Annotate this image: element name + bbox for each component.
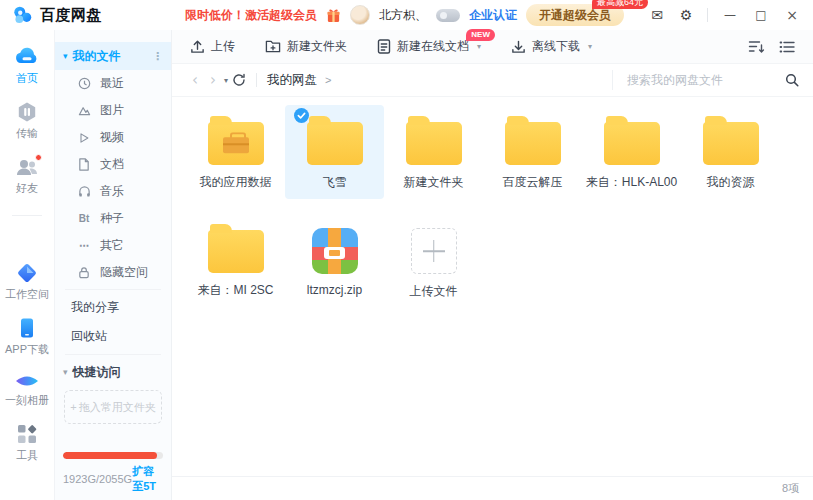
photo-album-icon xyxy=(14,372,40,390)
tool-label: 新建文件夹 xyxy=(287,38,347,55)
ellipsis-icon: ⋯ xyxy=(77,239,91,253)
storage-usage-text: 1923G/2055G xyxy=(63,473,132,485)
sidebar-item-pictures[interactable]: 图片 xyxy=(55,97,171,124)
file-tile[interactable]: 新建文件夹 xyxy=(384,105,483,199)
app-logo-icon xyxy=(12,4,34,26)
online-doc-icon xyxy=(377,39,391,54)
pinned-folder-dropzone[interactable]: + 拖入常用文件夹 xyxy=(64,390,162,424)
image-icon xyxy=(77,104,91,118)
sidebar-item-torrents[interactable]: Bt 种子 xyxy=(55,205,171,232)
status-bar: 8项 xyxy=(172,476,813,500)
search-box xyxy=(612,70,799,90)
sidebar-item-recent[interactable]: 最近 xyxy=(55,70,171,97)
sidebar-item-videos[interactable]: 视频 xyxy=(55,124,171,151)
search-input[interactable] xyxy=(627,73,785,87)
tools-icon xyxy=(16,423,38,445)
bt-icon: Bt xyxy=(77,212,91,226)
promo-link[interactable]: 限时低价！激活超级会员 xyxy=(185,7,317,24)
file-tile-selected[interactable]: 飞雪 xyxy=(285,105,384,199)
rail-item-friends[interactable]: 好友 xyxy=(15,156,39,196)
file-tile[interactable]: 我的应用数据 xyxy=(186,105,285,199)
file-name: 新建文件夹 xyxy=(404,174,464,191)
upload-file-tile[interactable]: 上传文件 xyxy=(384,213,483,308)
minimize-button[interactable]: — xyxy=(719,8,741,22)
file-tile[interactable]: 百度云解压 xyxy=(483,105,582,199)
rail-label: 工作空间 xyxy=(5,287,49,302)
rail-label: APP下载 xyxy=(5,342,49,357)
enterprise-cert-link[interactable]: 企业认证 xyxy=(469,7,517,24)
mail-icon[interactable]: ✉ xyxy=(647,7,667,23)
new-folder-button[interactable]: 新建文件夹 xyxy=(265,38,347,55)
navigation-row: ‹ › ▾ 我的网盘 > xyxy=(172,64,813,97)
file-tile[interactable]: 来自：HLK-AL00 xyxy=(582,105,681,199)
selected-check-icon[interactable] xyxy=(294,108,309,123)
file-grid: 我的应用数据 飞雪 新建文件夹 百度云解压 xyxy=(172,97,813,316)
workspace-icon xyxy=(16,262,38,284)
sidebar-item-other[interactable]: ⋯ 其它 xyxy=(55,232,171,259)
sidebar-item-hidden-space[interactable]: 隐藏空间 xyxy=(55,259,171,286)
user-avatar[interactable] xyxy=(350,5,370,25)
breadcrumb[interactable]: 我的网盘 xyxy=(267,72,317,89)
titlebar-divider xyxy=(707,8,708,22)
upload-button[interactable]: 上传 xyxy=(190,38,235,55)
tool-label: 上传 xyxy=(211,38,235,55)
app-download-icon xyxy=(18,317,36,339)
file-name: 来自：MI 2SC xyxy=(197,282,273,299)
file-tile[interactable]: 我的资源 xyxy=(681,105,780,199)
rail-label: 工具 xyxy=(16,448,38,463)
chevron-down-icon: ▾ xyxy=(63,367,68,377)
rail-item-workspace[interactable]: 工作空间 xyxy=(5,262,49,302)
main-panel: 上传 新建文件夹 新建在线文档 ▾ NEW 离线下载 ▾ xyxy=(172,30,813,500)
file-tile[interactable]: ltzmzcj.zip xyxy=(285,213,384,308)
folder-icon xyxy=(307,122,363,165)
rail-label: 首页 xyxy=(16,71,38,86)
sidebar-item-my-shares[interactable]: 我的分享 xyxy=(55,293,171,322)
username[interactable]: 北方枳、 xyxy=(379,7,427,24)
more-options-icon[interactable]: ⋮ xyxy=(152,50,163,63)
baidu-netdisk-window: 百度网盘 限时低价！激活超级会员 北方枳、 企业认证 开通超级会员 最高减64元… xyxy=(0,0,813,500)
folder-icon xyxy=(208,122,264,165)
sidebar-item-recycle-bin[interactable]: 回收站 xyxy=(55,322,171,351)
sidebar-item-documents[interactable]: 文档 xyxy=(55,151,171,178)
chevron-down-icon[interactable]: ▾ xyxy=(588,42,592,51)
sidebar-item-label: 最近 xyxy=(100,75,124,92)
maximize-button[interactable]: □ xyxy=(750,8,772,22)
new-online-doc-button[interactable]: 新建在线文档 ▾ NEW xyxy=(377,38,481,55)
search-icon[interactable] xyxy=(785,73,799,87)
notification-dot xyxy=(35,154,42,161)
view-mode-icon[interactable] xyxy=(779,40,795,54)
sidebar-item-my-files[interactable]: ▾ 我的文件 ⋮ xyxy=(55,42,171,70)
file-name: 百度云解压 xyxy=(503,174,563,191)
sidebar-item-music[interactable]: 音乐 xyxy=(55,178,171,205)
sidebar-divider xyxy=(65,354,161,355)
refresh-icon[interactable] xyxy=(232,73,246,87)
sort-icon[interactable] xyxy=(748,39,765,54)
history-dropdown-icon[interactable]: ▾ xyxy=(224,76,228,85)
dropzone-label: 拖入常用文件夹 xyxy=(79,400,156,415)
clock-icon xyxy=(77,77,91,91)
file-name: 来自：HLK-AL00 xyxy=(586,174,677,191)
settings-gear-icon[interactable]: ⚙ xyxy=(676,7,696,23)
forward-button[interactable]: › xyxy=(204,71,222,89)
rail-label: 一刻相册 xyxy=(5,393,49,408)
rail-item-photo-album[interactable]: 一刻相册 xyxy=(5,372,49,408)
new-folder-icon xyxy=(265,39,281,54)
rail-item-tools[interactable]: 工具 xyxy=(16,423,38,463)
chevron-down-icon[interactable]: ▾ xyxy=(477,42,481,51)
sidebar-section-quick-access[interactable]: ▾ 快捷访问 xyxy=(55,358,171,386)
gift-icon[interactable] xyxy=(326,8,341,23)
expand-storage-link[interactable]: 扩容至5T xyxy=(132,464,163,494)
sidebar-link-label: 我的分享 xyxy=(71,299,119,316)
back-button[interactable]: ‹ xyxy=(186,71,204,89)
rail-item-transfer[interactable]: 传输 xyxy=(16,101,38,141)
close-button[interactable]: × xyxy=(781,7,803,23)
file-tile[interactable]: 来自：MI 2SC xyxy=(186,213,285,308)
chevron-down-icon[interactable]: ▾ xyxy=(63,51,68,61)
storage-bar xyxy=(63,452,163,459)
sidebar-link-label: 回收站 xyxy=(71,328,107,345)
rail-item-home[interactable]: 首页 xyxy=(14,44,40,86)
sidebar-item-label: 种子 xyxy=(100,210,124,227)
offline-download-button[interactable]: 离线下载 ▾ xyxy=(511,38,592,55)
vip-level-badge-icon[interactable] xyxy=(436,9,460,22)
rail-item-app-download[interactable]: APP下载 xyxy=(5,317,49,357)
